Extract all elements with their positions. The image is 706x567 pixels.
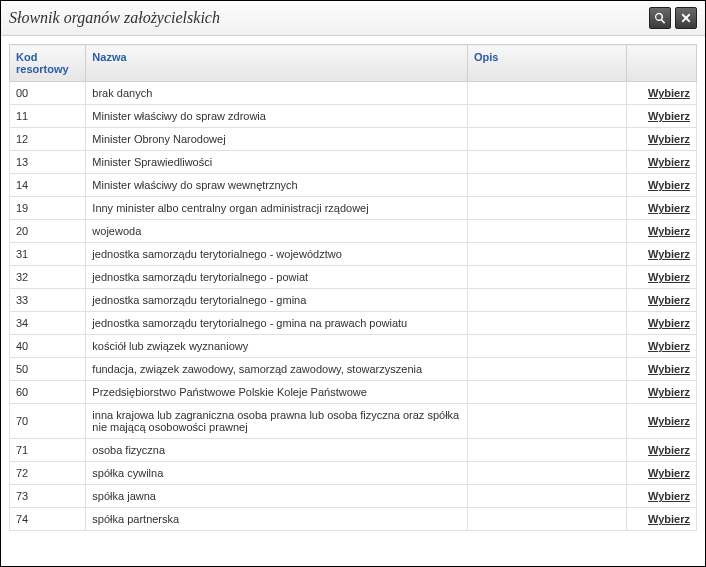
cell-code: 13 — [10, 151, 86, 174]
cell-action: Wybierz — [627, 289, 697, 312]
cell-action: Wybierz — [627, 312, 697, 335]
select-link[interactable]: Wybierz — [648, 490, 690, 502]
select-link[interactable]: Wybierz — [648, 444, 690, 456]
cell-action: Wybierz — [627, 151, 697, 174]
col-header-opis[interactable]: Opis — [467, 45, 626, 82]
select-link[interactable]: Wybierz — [648, 225, 690, 237]
title-actions — [649, 7, 697, 29]
select-link[interactable]: Wybierz — [648, 467, 690, 479]
cell-opis — [467, 220, 626, 243]
cell-opis — [467, 381, 626, 404]
cell-code: 12 — [10, 128, 86, 151]
sort-link-opis[interactable]: Opis — [474, 51, 498, 63]
table-row: 14Minister właściwy do spraw wewnętrznyc… — [10, 174, 697, 197]
cell-action: Wybierz — [627, 358, 697, 381]
search-button[interactable] — [649, 7, 671, 29]
col-header-code[interactable]: Kod resortowy — [10, 45, 86, 82]
cell-opis — [467, 105, 626, 128]
cell-name: jednostka samorządu terytorialnego - woj… — [86, 243, 468, 266]
table-scroll[interactable]: Kod resortowy Nazwa Opis 00brak danychWy… — [9, 44, 697, 558]
select-link[interactable]: Wybierz — [648, 156, 690, 168]
table-row: 50fundacja, związek zawodowy, samorząd z… — [10, 358, 697, 381]
select-link[interactable]: Wybierz — [648, 386, 690, 398]
select-link[interactable]: Wybierz — [648, 415, 690, 427]
cell-opis — [467, 508, 626, 531]
content-area: Kod resortowy Nazwa Opis 00brak danychWy… — [1, 36, 705, 566]
table-row: 00brak danychWybierz — [10, 82, 697, 105]
cell-code: 70 — [10, 404, 86, 439]
table-row: 33jednostka samorządu terytorialnego - g… — [10, 289, 697, 312]
cell-opis — [467, 128, 626, 151]
cell-name: Minister Obrony Narodowej — [86, 128, 468, 151]
cell-opis — [467, 243, 626, 266]
dialog-window: Słownik organów założycielskich Kod reso… — [0, 0, 706, 567]
cell-opis — [467, 289, 626, 312]
table-row: 60Przedsiębiorstwo Państwowe Polskie Kol… — [10, 381, 697, 404]
cell-name: Inny minister albo centralny organ admin… — [86, 197, 468, 220]
cell-action: Wybierz — [627, 485, 697, 508]
cell-code: 33 — [10, 289, 86, 312]
cell-action: Wybierz — [627, 243, 697, 266]
select-link[interactable]: Wybierz — [648, 179, 690, 191]
cell-name: kościół lub związek wyznaniowy — [86, 335, 468, 358]
cell-name: jednostka samorządu terytorialnego - pow… — [86, 266, 468, 289]
select-link[interactable]: Wybierz — [648, 248, 690, 260]
cell-opis — [467, 82, 626, 105]
col-header-name[interactable]: Nazwa — [86, 45, 468, 82]
cell-code: 71 — [10, 439, 86, 462]
cell-name: wojewoda — [86, 220, 468, 243]
sort-link-name[interactable]: Nazwa — [92, 51, 126, 63]
col-header-action — [627, 45, 697, 82]
window-title: Słownik organów założycielskich — [9, 9, 220, 27]
table-body: 00brak danychWybierz11Minister właściwy … — [10, 82, 697, 531]
cell-opis — [467, 404, 626, 439]
cell-action: Wybierz — [627, 105, 697, 128]
select-link[interactable]: Wybierz — [648, 87, 690, 99]
cell-name: spółka partnerska — [86, 508, 468, 531]
search-icon — [654, 12, 666, 24]
cell-code: 00 — [10, 82, 86, 105]
table-row: 12Minister Obrony NarodowejWybierz — [10, 128, 697, 151]
sort-link-code[interactable]: Kod resortowy — [16, 51, 69, 75]
cell-code: 74 — [10, 508, 86, 531]
data-table: Kod resortowy Nazwa Opis 00brak danychWy… — [9, 44, 697, 531]
table-row: 72spółka cywilnaWybierz — [10, 462, 697, 485]
select-link[interactable]: Wybierz — [648, 202, 690, 214]
close-button[interactable] — [675, 7, 697, 29]
table-row: 32jednostka samorządu terytorialnego - p… — [10, 266, 697, 289]
cell-code: 14 — [10, 174, 86, 197]
cell-code: 11 — [10, 105, 86, 128]
cell-code: 73 — [10, 485, 86, 508]
table-row: 19Inny minister albo centralny organ adm… — [10, 197, 697, 220]
select-link[interactable]: Wybierz — [648, 513, 690, 525]
table-row: 20wojewodaWybierz — [10, 220, 697, 243]
select-link[interactable]: Wybierz — [648, 271, 690, 283]
select-link[interactable]: Wybierz — [648, 110, 690, 122]
cell-name: jednostka samorządu terytorialnego - gmi… — [86, 289, 468, 312]
cell-action: Wybierz — [627, 462, 697, 485]
cell-opis — [467, 485, 626, 508]
select-link[interactable]: Wybierz — [648, 363, 690, 375]
cell-name: osoba fizyczna — [86, 439, 468, 462]
select-link[interactable]: Wybierz — [648, 317, 690, 329]
select-link[interactable]: Wybierz — [648, 294, 690, 306]
cell-name: fundacja, związek zawodowy, samorząd zaw… — [86, 358, 468, 381]
table-row: 31jednostka samorządu terytorialnego - w… — [10, 243, 697, 266]
cell-code: 50 — [10, 358, 86, 381]
cell-opis — [467, 439, 626, 462]
close-icon — [681, 13, 691, 23]
cell-action: Wybierz — [627, 381, 697, 404]
cell-name: Minister właściwy do spraw zdrowia — [86, 105, 468, 128]
cell-action: Wybierz — [627, 174, 697, 197]
cell-action: Wybierz — [627, 335, 697, 358]
cell-name: jednostka samorządu terytorialnego - gmi… — [86, 312, 468, 335]
cell-name: brak danych — [86, 82, 468, 105]
table-row: 40kościół lub związek wyznaniowyWybierz — [10, 335, 697, 358]
cell-opis — [467, 358, 626, 381]
cell-code: 20 — [10, 220, 86, 243]
select-link[interactable]: Wybierz — [648, 133, 690, 145]
header-row: Kod resortowy Nazwa Opis — [10, 45, 697, 82]
cell-code: 31 — [10, 243, 86, 266]
select-link[interactable]: Wybierz — [648, 340, 690, 352]
cell-action: Wybierz — [627, 266, 697, 289]
